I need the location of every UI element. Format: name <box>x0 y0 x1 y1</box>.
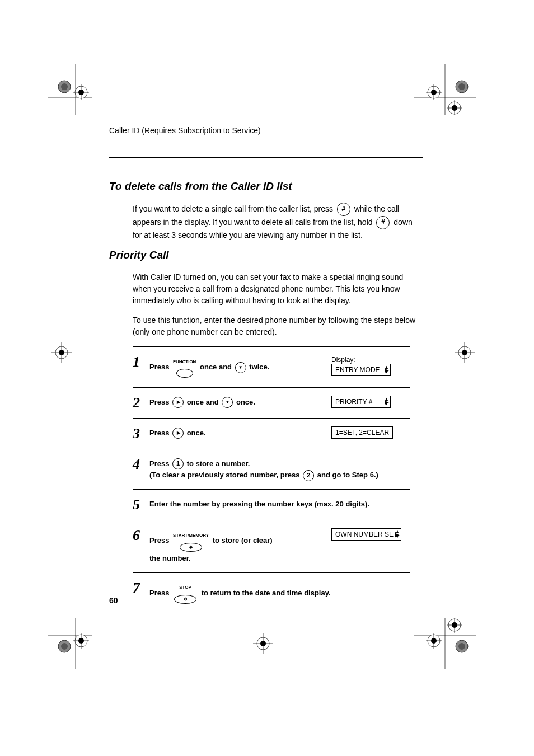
step-5: 5 Enter the number by pressing the numbe… <box>133 490 410 520</box>
divider <box>109 157 423 158</box>
step-number: 3 <box>133 426 144 441</box>
right-arrow-key-icon <box>172 397 184 408</box>
step-2: 2 Press once and once. PRIORITY # <box>133 388 410 419</box>
right-arrow-key-icon <box>172 428 184 439</box>
step-number: 5 <box>133 497 144 512</box>
display-label: Display: <box>331 356 355 364</box>
step-number: 4 <box>133 457 144 472</box>
crop-mark-icon <box>48 341 76 364</box>
step-instruction: Press 1 to store a number. (To clear a p… <box>149 457 410 482</box>
text: Press <box>149 398 171 406</box>
lcd-text: OWN NUMBER SET <box>335 530 397 538</box>
key-label: START/MEMORY <box>173 533 209 538</box>
text: and go to Step 6.) <box>317 471 378 479</box>
text: to store (or clear) <box>213 536 273 544</box>
text: Press <box>149 536 171 544</box>
priority-usage: To use this function, enter the desired … <box>133 314 423 338</box>
text: twice. <box>249 363 269 371</box>
lcd-text: ENTRY MODE <box>335 366 380 374</box>
crop-mark-icon <box>414 618 476 669</box>
delete-instructions: If you want to delete a single call from… <box>133 203 423 241</box>
hash-key-icon: # <box>337 203 350 216</box>
play-icon <box>385 398 389 405</box>
svg-point-3 <box>61 83 68 90</box>
step-instruction: Enter the number by pressing the number … <box>149 497 410 510</box>
text: the number. <box>149 554 191 562</box>
step-1: 1 Press FUNCTION once and twice. Display… <box>133 347 410 388</box>
down-arrow-key-icon <box>235 362 246 373</box>
text: once. <box>236 398 255 406</box>
crop-mark-icon <box>48 64 92 115</box>
lcd-display: ENTRY MODE <box>331 364 391 376</box>
step-number: 7 <box>133 581 144 595</box>
priority-description: With Caller ID turned on, you can set yo… <box>133 271 423 307</box>
two-key-icon: 2 <box>303 470 314 481</box>
play-icon <box>385 367 389 373</box>
svg-point-15 <box>458 83 465 90</box>
function-key-icon: FUNCTION <box>173 356 196 379</box>
step-number: 1 <box>133 355 144 369</box>
start-memory-key-icon: START/MEMORY ◈ <box>173 529 209 553</box>
page-number: 60 <box>109 596 118 605</box>
svg-point-35 <box>458 643 465 650</box>
key-label: STOP <box>179 585 191 590</box>
stop-key-icon: STOP ⊘ <box>173 582 198 605</box>
crop-mark-icon <box>451 341 479 364</box>
text: once and <box>200 363 234 371</box>
step-instruction: Press FUNCTION once and twice. <box>149 355 326 379</box>
one-key-icon: 1 <box>172 458 184 469</box>
hash-key-icon: # <box>376 216 390 229</box>
step-3: 3 Press once. 1=SET, 2=CLEAR <box>133 419 410 449</box>
text: Press <box>149 459 171 468</box>
step-number: 2 <box>133 396 144 410</box>
svg-point-23 <box>61 643 68 650</box>
down-arrow-key-icon <box>222 397 233 408</box>
page-header: Caller ID (Requires Subscription to Serv… <box>109 126 423 135</box>
section-title-priority: Priority Call <box>109 249 423 261</box>
step-7: 7 Press STOP ⊘ to return to the date and… <box>133 573 410 613</box>
lcd-text: PRIORITY # <box>335 398 372 406</box>
step-instruction: Press once and once. <box>149 396 326 408</box>
text: Press <box>149 589 171 597</box>
section-title-delete: To delete calls from the Caller ID list <box>109 180 423 192</box>
step-instruction: Press STOP ⊘ to return to the date and t… <box>149 581 410 605</box>
text: once and <box>187 398 221 406</box>
steps-table: 1 Press FUNCTION once and twice. Display… <box>133 346 410 613</box>
text: Press <box>149 429 171 437</box>
text: If you want to delete a single call from… <box>133 204 335 213</box>
step-number: 6 <box>133 528 144 543</box>
crop-mark-icon <box>48 618 92 669</box>
lcd-display: 1=SET, 2=CLEAR <box>331 426 393 439</box>
step-instruction: Press once. <box>149 426 326 439</box>
step-6: 6 Press START/MEMORY ◈ to store (or clea… <box>133 520 410 572</box>
step-4: 4 Press 1 to store a number. (To clear a… <box>133 449 410 490</box>
text: (To clear a previously stored number, pr… <box>149 471 302 479</box>
lcd-display: OWN NUMBER SET <box>331 528 401 541</box>
text: to store a number. <box>187 459 250 468</box>
play-icon <box>395 532 400 538</box>
text: to return to the date and time display. <box>202 589 331 597</box>
key-label: FUNCTION <box>173 360 196 364</box>
lcd-display: PRIORITY # <box>331 396 391 408</box>
lcd-text: 1=SET, 2=CLEAR <box>335 429 389 436</box>
text: Press <box>149 363 169 371</box>
step-instruction: Press START/MEMORY ◈ to store (or clear)… <box>149 528 326 564</box>
crop-mark-icon <box>249 632 277 655</box>
text: once. <box>187 429 206 437</box>
crop-mark-icon <box>414 64 476 115</box>
